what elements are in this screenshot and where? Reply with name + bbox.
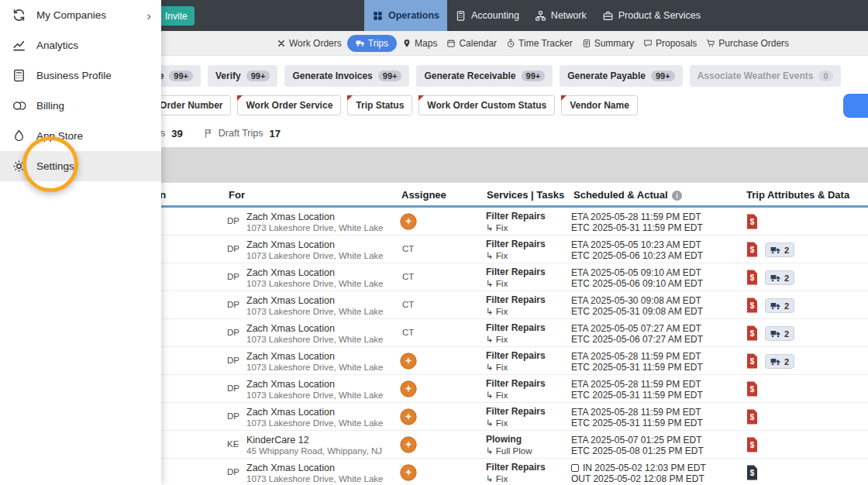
trip-count-pill[interactable]: 2 bbox=[765, 298, 794, 313]
svg-text:$: $ bbox=[750, 273, 755, 282]
invoice-icon[interactable]: $ bbox=[746, 353, 758, 369]
module-tab-proposals[interactable]: Proposals bbox=[639, 36, 701, 51]
assignee-avatar[interactable] bbox=[400, 464, 417, 481]
sidebar-item-analytics[interactable]: Analytics bbox=[0, 30, 161, 60]
schedule-line-2: OUT 2025-05-02 12:08 PM EDT bbox=[571, 473, 704, 484]
schedule-line-2: ETC 2025-05-06 07:27 AM EDT bbox=[571, 334, 703, 345]
filter-chip-trip-status[interactable]: Trip Status bbox=[347, 95, 412, 115]
business-profile-icon bbox=[12, 68, 26, 83]
action-button-label: Generate Receivable bbox=[424, 71, 515, 81]
view-tab-label: Draft Trips bbox=[219, 128, 264, 139]
invoice-icon[interactable]: $ bbox=[746, 409, 758, 425]
task-name: Fix bbox=[486, 250, 508, 261]
trip-count-pill[interactable]: 2 bbox=[765, 270, 794, 285]
service-name: Filter Repairs bbox=[486, 211, 546, 222]
view-tab-draft-trips[interactable]: Draft Trips17 bbox=[203, 128, 281, 139]
location-name: Zach Xmas Location bbox=[246, 351, 335, 362]
location-name: Zach Xmas Location bbox=[246, 239, 335, 250]
nav-tab-label: Operations bbox=[388, 10, 439, 21]
module-tab-purchase-orders[interactable]: Purchase Orders bbox=[702, 36, 793, 51]
trip-count-pill[interactable]: 2 bbox=[765, 326, 794, 341]
module-tab-summary[interactable]: Summary bbox=[578, 36, 638, 51]
task-name: Fix bbox=[486, 362, 508, 373]
location-address: 1073 Lakeshore Drive, White Lake bbox=[246, 335, 383, 344]
schedule-line-1: ETA 2025-05-07 01:25 PM EDT bbox=[571, 435, 702, 445]
sidebar-item-business-profile[interactable]: Business Profile bbox=[0, 60, 161, 91]
sidebar-item-label: My Companies bbox=[36, 9, 106, 21]
sidebar-item-my-companies[interactable]: My Companies bbox=[0, 0, 161, 30]
customer-initials: DP bbox=[227, 384, 239, 393]
service-name: Filter Repairs bbox=[486, 462, 546, 473]
generate-payable-button[interactable]: Generate Payable99+ bbox=[560, 65, 682, 87]
invoice-icon[interactable]: $ bbox=[746, 465, 758, 480]
nav-tab-accounting[interactable]: Accounting bbox=[447, 0, 527, 31]
nav-tab-operations[interactable]: Operations bbox=[364, 0, 447, 31]
assignee-avatar[interactable] bbox=[400, 353, 417, 370]
module-tab-time-tracker[interactable]: Time Tracker bbox=[502, 36, 577, 51]
sidebar-item-billing[interactable]: Billing bbox=[0, 91, 161, 121]
companies-sync-icon bbox=[12, 8, 26, 22]
invoice-icon[interactable]: $ bbox=[746, 437, 758, 452]
sidebar-item-app-store[interactable]: App Store bbox=[0, 121, 161, 151]
filter-chip-label: Work Order Service bbox=[246, 100, 332, 111]
invoice-icon[interactable]: $ bbox=[746, 325, 758, 341]
location-address: 1073 Lakeshore Drive, White Lake bbox=[246, 363, 383, 372]
truck-small-icon bbox=[770, 302, 781, 310]
schedule-text: ETA 2025-05-05 09:10 AM EDT bbox=[571, 267, 701, 278]
schedule-text: ETA 2025-05-28 11:59 PM EDT bbox=[571, 379, 701, 390]
nav-tab-label: Product & Services bbox=[618, 10, 701, 21]
invoice-icon[interactable]: $ bbox=[746, 242, 758, 257]
module-tab-work-orders[interactable]: Work Orders bbox=[273, 36, 346, 51]
module-tab-calendar[interactable]: Calendar bbox=[443, 36, 501, 51]
customer-initials: DP bbox=[227, 216, 239, 225]
assignee-avatar[interactable] bbox=[400, 213, 417, 230]
customer-initials: DP bbox=[227, 328, 239, 337]
invoice-icon[interactable]: $ bbox=[746, 381, 758, 397]
module-tab-label: Summary bbox=[594, 38, 634, 49]
assignee-initials: CT bbox=[402, 300, 414, 309]
assignee-avatar[interactable] bbox=[400, 408, 417, 425]
schedule-line-2: ETC 2025-05-06 10:23 AM EDT bbox=[571, 250, 703, 261]
schedule-line-1: ETA 2025-05-28 11:59 PM EDT bbox=[571, 351, 701, 362]
action-button-group: Schedule99+Verify99+Generate Invoices99+… bbox=[115, 65, 841, 87]
service-name: Plowing bbox=[486, 434, 522, 445]
generate-receivable-button[interactable]: Generate Receivable99+ bbox=[416, 65, 553, 87]
location-address: 1073 Lakeshore Drive, White Lake bbox=[246, 390, 383, 400]
invoice-icon[interactable]: $ bbox=[746, 214, 758, 229]
trip-count-pill[interactable]: 2 bbox=[765, 354, 794, 369]
count-badge: 99+ bbox=[522, 71, 546, 81]
location-name: Zach Xmas Location bbox=[246, 212, 335, 222]
assignee-avatar[interactable] bbox=[400, 436, 417, 453]
companies-sidebar: My CompaniesAnalyticsBusiness ProfileBil… bbox=[0, 0, 161, 485]
filter-chip-label: Work Order Custom Status bbox=[427, 100, 546, 111]
calendar-icon bbox=[446, 39, 456, 48]
nav-tab-network[interactable]: Network bbox=[527, 0, 594, 31]
view-toggle-button[interactable] bbox=[843, 94, 868, 118]
module-tab-trips[interactable]: Trips bbox=[347, 35, 397, 52]
assignee-avatar[interactable] bbox=[400, 380, 417, 397]
filter-chip-work-order-service[interactable]: Work Order Service bbox=[237, 95, 341, 115]
task-name: Fix bbox=[486, 222, 508, 233]
column-header-assignee: Assignee bbox=[401, 189, 446, 201]
verify-button[interactable]: Verify99+ bbox=[208, 65, 277, 87]
location-address: 1073 Lakeshore Drive, White Lake bbox=[246, 223, 383, 232]
module-tab-maps[interactable]: Maps bbox=[398, 36, 441, 51]
filter-chip-vendor-name[interactable]: Vendor Name bbox=[561, 95, 638, 115]
schedule-text: ETA 2025-05-07 01:25 PM EDT bbox=[571, 435, 702, 445]
customer-initials: DP bbox=[227, 356, 239, 365]
info-icon[interactable] bbox=[672, 191, 682, 201]
schedule-line-1: ETA 2025-05-30 09:08 AM EDT bbox=[571, 295, 701, 306]
service-name: Filter Repairs bbox=[486, 322, 546, 333]
trip-count-pill[interactable]: 2 bbox=[765, 242, 794, 257]
task-name: Fix bbox=[486, 473, 508, 484]
filter-chip-label: Trip Status bbox=[356, 100, 404, 111]
generate-invoices-button[interactable]: Generate Invoices99+ bbox=[284, 65, 409, 87]
schedule-text: ETA 2025-05-28 11:59 PM EDT bbox=[571, 212, 701, 222]
nav-tab-product-services[interactable]: Product & Services bbox=[594, 0, 708, 31]
column-header-scheduled-actual: Scheduled & Actual bbox=[574, 189, 668, 201]
invoice-icon[interactable]: $ bbox=[746, 270, 758, 285]
filter-chip-work-order-custom-status[interactable]: Work Order Custom Status bbox=[418, 95, 555, 115]
invoice-icon[interactable]: $ bbox=[746, 298, 758, 313]
sidebar-item-settings[interactable]: Settings bbox=[0, 151, 161, 181]
operations-icon bbox=[372, 10, 384, 22]
